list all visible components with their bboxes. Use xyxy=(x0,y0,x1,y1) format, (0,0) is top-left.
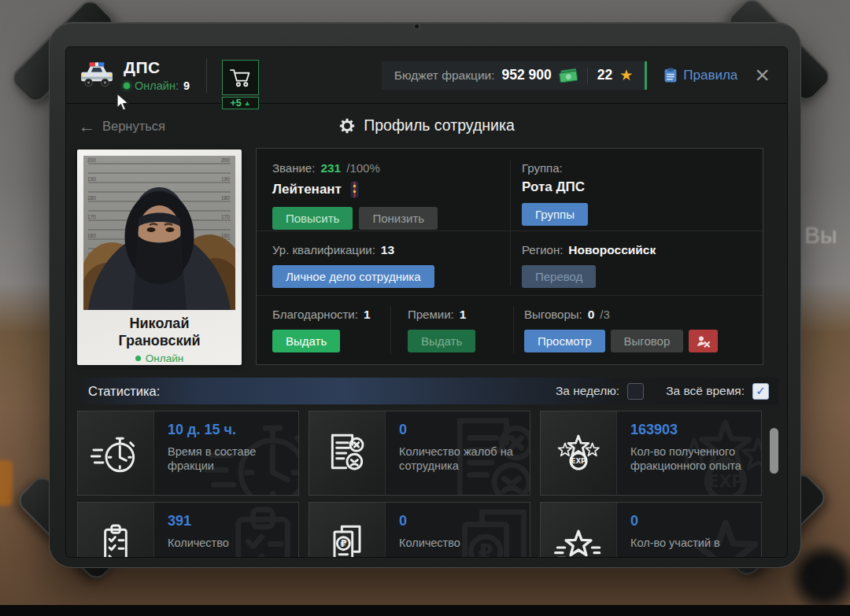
bonus-section: Премии: 1 Выдать xyxy=(408,308,475,352)
groups-button[interactable]: Группы xyxy=(522,203,588,226)
region-label: Регион: xyxy=(522,243,563,256)
nav-row: ← Вернуться Профиль сотрудника xyxy=(66,116,787,140)
transfer-button[interactable]: Перевод xyxy=(522,265,596,288)
statistics-title: Статистика: xyxy=(88,384,160,399)
fire-employee-button[interactable] xyxy=(689,330,718,352)
cart-badge-count: +5 xyxy=(230,98,241,109)
clipboard-icon xyxy=(91,519,141,558)
give-bonus-button[interactable]: Выдать xyxy=(408,330,475,352)
game-scene: Вы xyxy=(0,0,850,616)
bonus-label: Премии: xyxy=(408,308,454,321)
thanks-section: Благодарности: 1 Выдать xyxy=(272,308,371,352)
stat-label: Время в составе фракции xyxy=(168,444,298,473)
bonus-value: 1 xyxy=(460,308,467,322)
bottom-letterbox-bar xyxy=(0,605,850,616)
stat-value: 391 xyxy=(168,513,298,529)
cart-badge: +5 ▲ xyxy=(222,97,259,109)
background-object xyxy=(0,460,13,506)
police-car-icon xyxy=(79,61,115,90)
page-title: Профиль сотрудника xyxy=(66,116,787,135)
stat-label: Кол-во участий в xyxy=(630,536,761,550)
gear-icon xyxy=(338,117,356,135)
header-divider xyxy=(206,58,207,93)
stat-card-faction-time: 10 д. 15 ч. Время в составе фракции xyxy=(77,411,299,496)
give-thanks-button[interactable]: Выдать xyxy=(272,330,340,352)
rules-button[interactable]: Правила xyxy=(664,68,737,83)
budget-divider xyxy=(587,68,588,83)
stat-card-complaints: 0 Количество жалоб на сотрудника xyxy=(309,411,530,496)
svg-text:160: 160 xyxy=(87,233,96,238)
svg-text:180: 180 xyxy=(221,195,230,201)
employee-mugshot-photo: 200200 190190 180180 170170 160160 15015… xyxy=(83,156,235,310)
money-icon xyxy=(559,68,578,83)
employee-photo-card: 200200 190190 180180 170170 160160 15015… xyxy=(77,149,242,365)
epaulette-icon xyxy=(349,180,360,199)
region-section: Регион: Новороссийск Перевод xyxy=(522,243,656,288)
stat-card-tasks: 391 Количество xyxy=(77,502,299,558)
tablet-frame: EXP xyxy=(49,22,801,568)
rank-section: Звание: 231 /100% Лейтенант xyxy=(272,161,438,230)
person-x-icon xyxy=(697,335,711,348)
view-reprimands-button[interactable]: Просмотр xyxy=(524,330,605,352)
rules-icon xyxy=(664,68,677,83)
ruble-documents-icon xyxy=(322,519,372,558)
week-filter-label: За неделю: xyxy=(556,384,619,398)
rules-label: Правила xyxy=(683,68,737,83)
qualification-section: Ур. квалификации: 13 Личное дело сотрудн… xyxy=(272,243,434,288)
alltime-checkbox[interactable]: ✓ xyxy=(752,383,769,400)
participation-star-icon xyxy=(553,519,604,558)
svg-text:190: 190 xyxy=(87,176,96,182)
reprimands-section: Выговоры: 0 /3 Просмотр Выговор xyxy=(524,308,718,352)
rank-name: Лейтенант xyxy=(272,182,342,197)
stat-label: Количество жалоб на сотрудника xyxy=(399,444,530,473)
employee-profile-panel: Звание: 231 /100% Лейтенант xyxy=(256,148,763,365)
tablet-screen: EXP xyxy=(65,46,788,558)
online-label: Онлайн: xyxy=(135,79,179,92)
stat-value: 163903 xyxy=(630,422,761,438)
faction-brand: ДПС Онлайн: 9 xyxy=(79,58,190,92)
promote-button[interactable]: Повысить xyxy=(272,207,353,230)
top-bar: ДПС Онлайн: 9 xyxy=(66,47,787,104)
group-label: Группа: xyxy=(522,161,563,175)
group-section: Группа: Рота ДПС Группы xyxy=(522,161,588,226)
page-title-text: Профиль сотрудника xyxy=(364,116,515,135)
alltime-filter-label: За всё время: xyxy=(666,384,745,398)
cart-icon xyxy=(230,68,251,87)
complaints-icon xyxy=(322,428,372,478)
budget-box: Бюджет фракции: 952 900 22 ★ xyxy=(382,61,647,90)
faction-name: ДПС xyxy=(124,58,190,77)
shop-cart-button[interactable]: +5 ▲ xyxy=(222,60,259,109)
online-count: 9 xyxy=(183,79,190,92)
svg-text:200: 200 xyxy=(87,157,96,163)
exp-stars-icon xyxy=(553,428,604,478)
star-icon: ★ xyxy=(619,66,633,84)
stat-card-faction-exp: 163903 Кол-во полученного фракционного о… xyxy=(540,411,762,496)
cart-badge-arrow-icon: ▲ xyxy=(244,99,251,107)
stat-card-payments: 0 Количество xyxy=(309,502,530,558)
rank-points: 231 xyxy=(320,161,341,175)
stopwatch-icon xyxy=(91,428,141,478)
scrollbar-thumb[interactable] xyxy=(770,428,778,474)
dossier-button[interactable]: Личное дело сотрудника xyxy=(272,265,434,288)
svg-text:170: 170 xyxy=(221,214,230,219)
demote-button[interactable]: Понизить xyxy=(359,207,438,230)
employee-online-status: Онлайн xyxy=(83,352,235,364)
week-checkbox[interactable] xyxy=(627,383,644,400)
group-value: Рота ДПС xyxy=(522,179,585,195)
stat-label: Количество xyxy=(399,536,530,550)
svg-text:160: 160 xyxy=(221,233,230,238)
stat-card-participations: 0 Кол-во участий в xyxy=(540,502,762,558)
qualification-label: Ур. квалификации: xyxy=(272,243,375,256)
give-reprimand-button[interactable]: Выговор xyxy=(611,330,684,352)
close-button[interactable]: × xyxy=(755,65,770,86)
thanks-value: 1 xyxy=(364,308,371,322)
rank-max: /100% xyxy=(346,161,380,175)
tablet-camera xyxy=(413,23,420,30)
budget-label: Бюджет фракции: xyxy=(394,68,495,83)
employee-name: Николай Грановский xyxy=(83,315,235,349)
stat-value: 0 xyxy=(399,513,530,529)
reprimands-label: Выговоры: xyxy=(524,308,582,321)
reprimands-value: 0 xyxy=(588,308,595,322)
background-game-text: Вы xyxy=(804,222,837,249)
svg-text:180: 180 xyxy=(87,195,96,201)
